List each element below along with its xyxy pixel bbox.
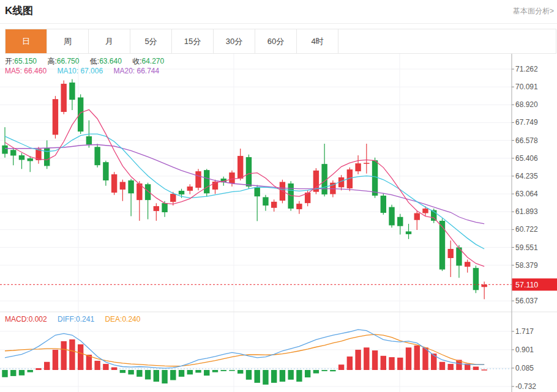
macd-bar [162,370,167,383]
macd-bar [212,370,218,372]
macd-bar [372,350,378,370]
candle-body [94,147,100,165]
candle-body [10,150,16,155]
candle-body [296,204,302,209]
candle-body [271,202,277,208]
macd-bar [381,356,386,370]
macd-bar [204,370,209,375]
candle-body [263,197,268,205]
tab-15min[interactable]: 15分 [172,29,214,53]
candle-body [422,209,428,213]
candle-body [204,170,209,193]
candle-body [364,163,369,164]
candle-body [170,194,176,202]
y-tick-label: 70.091 [515,83,538,91]
macd-bar [2,370,7,377]
y-tick-label: 64.235 [515,172,538,180]
diff-line [5,330,484,368]
candle-body [69,83,75,100]
macd-bar [78,344,83,370]
candle-body [154,206,159,211]
candle-body [229,172,234,183]
macd-bar [128,370,133,374]
header-divider [0,23,557,24]
candle-body [103,162,108,180]
macd-bar [237,370,243,374]
tab-month[interactable]: 月 [89,29,130,53]
candle-body [473,268,479,290]
macd-bar [44,362,50,370]
macd-bar [94,361,100,370]
candle-body [481,284,487,287]
macd-bar [61,341,66,370]
macd-bar [355,350,361,370]
candle-body [195,171,201,188]
macd-bar [481,369,487,371]
candle-body [246,157,252,187]
macd-bar [145,370,151,379]
ma10-line [5,134,484,249]
macd-bar [221,370,226,371]
y-tick-label: 63.064 [515,190,538,198]
y-tick-label: 65.406 [515,154,538,163]
macd-bar [280,370,285,382]
y-tick-label: 58.379 [515,261,538,270]
candle-body [145,184,151,200]
tab-60min[interactable]: 60分 [255,29,297,53]
y-tick-label: 66.578 [515,136,538,145]
candle-body [355,163,361,171]
macd-bar [347,357,353,370]
macd-bar [154,370,159,382]
tab-day[interactable]: 日 [6,29,47,53]
tab-4hour[interactable]: 4时 [297,29,338,53]
macd-bar [69,339,75,370]
macd-bar [473,366,479,370]
candle-body [381,196,386,213]
y-tick-label: 59.551 [515,243,538,252]
candle-body [255,187,260,196]
candle-body [44,148,50,166]
macd-bar [422,347,428,370]
macd-bar [288,370,293,380]
candle-body [2,146,7,154]
candle-body [237,156,243,179]
macd-bar [406,347,411,370]
kline-chart-canvas[interactable]: 71.26270.09168.92067.74966.57865.40664.2… [0,0,557,392]
macd-bar [103,364,108,370]
fundamental-analysis-link[interactable]: 基本面分析> [513,6,554,17]
candle-body [179,191,184,194]
tab-5min[interactable]: 5分 [130,29,172,53]
macd-bar [187,370,193,374]
macd-bar [136,370,142,377]
candle-body [78,97,83,131]
macd-tick-label: 0.085 [515,364,534,372]
candle-body [111,174,117,193]
interval-tabbar: 日周月5分15分30分60分4时 [5,29,556,54]
candle-body [187,187,193,191]
macd-tick-label: 0.901 [515,346,534,354]
macd-bar [246,370,252,380]
macd-bar [389,357,394,370]
macd-bar [313,370,319,374]
macd-bar [397,358,403,370]
candle-body [448,249,454,258]
tab-30min[interactable]: 30分 [214,29,255,53]
candle-body [61,84,66,112]
macd-bar [10,370,16,376]
candle-body [414,213,420,220]
macd-bar [255,370,260,383]
y-tick-label: 67.749 [515,118,538,127]
dea-line [5,335,484,366]
macd-bar [120,370,125,373]
candle-body [28,158,33,161]
macd-bar [170,370,176,380]
tab-week[interactable]: 周 [47,29,89,53]
candle-body [397,217,403,226]
kline-page: 71.26270.09168.92067.74966.57865.40664.2… [0,0,557,392]
candle-body [86,136,92,145]
y-tick-label: 61.893 [515,207,538,216]
macd-bar [229,370,234,371]
y-tick-label: 60.722 [515,225,538,234]
macd-bar [19,370,24,375]
candle-body [19,155,24,160]
